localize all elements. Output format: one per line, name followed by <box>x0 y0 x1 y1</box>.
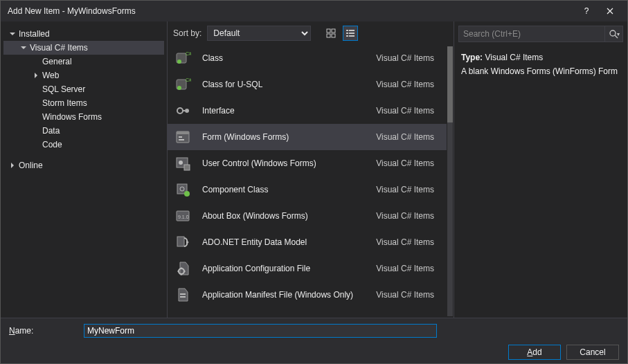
class-icon: C# <box>173 75 192 94</box>
svg-rect-32 <box>180 293 186 295</box>
svg-rect-7 <box>349 33 355 34</box>
scrollbar-thumb[interactable] <box>447 46 453 122</box>
tree-node-data[interactable]: Data <box>3 124 164 138</box>
cancel-button[interactable]: Cancel <box>566 345 619 360</box>
template-item[interactable]: Application Configuration FileVisual C# … <box>168 255 447 282</box>
search-box[interactable]: ▾ <box>458 26 623 42</box>
svg-point-15 <box>177 86 181 90</box>
expand-icon[interactable] <box>19 43 28 53</box>
view-details-button[interactable] <box>343 26 358 41</box>
svg-rect-20 <box>179 136 182 138</box>
tree-label: Code <box>42 140 62 149</box>
component-icon <box>173 180 192 199</box>
title-bar: Add New Item - MyWindowsForms ? <box>1 1 627 21</box>
template-category: Visual C# Items <box>376 158 441 168</box>
template-item[interactable]: ADO.NET Entity Data ModelVisual C# Items <box>168 229 447 255</box>
tree-label: Data <box>42 126 60 136</box>
template-panel: Sort by: Default <box>167 21 454 318</box>
close-icon <box>607 8 613 15</box>
name-input[interactable] <box>84 324 437 338</box>
tree-node-code[interactable]: Code <box>3 138 164 152</box>
template-name: Application Configuration File <box>202 264 376 273</box>
svg-rect-19 <box>177 131 189 134</box>
class-icon: C# <box>173 48 192 68</box>
tree-label: Installed <box>19 29 50 39</box>
tree-node-online[interactable]: Online <box>3 158 164 172</box>
svg-text:9.1.0: 9.1.0 <box>178 215 189 219</box>
search-input[interactable] <box>459 29 604 39</box>
template-category: Visual C# Items <box>376 132 441 142</box>
tree-label: Storm Items <box>42 98 87 108</box>
template-category: Visual C# Items <box>376 80 441 89</box>
view-medium-icons-button[interactable] <box>323 26 339 41</box>
template-name: Application Manifest File (Windows Only) <box>202 290 376 300</box>
template-name: User Control (Windows Forms) <box>202 158 376 168</box>
template-category: Visual C# Items <box>376 211 441 221</box>
svg-rect-0 <box>327 29 330 33</box>
expand-icon[interactable] <box>8 29 17 39</box>
template-item[interactable]: Component ClassVisual C# Items <box>168 176 447 203</box>
svg-text:C#: C# <box>186 78 191 82</box>
info-panel: ▾ Type: Visual C# Items A blank Windows … <box>454 21 627 318</box>
tree-node-vcs-items[interactable]: Visual C# Items <box>3 41 164 55</box>
svg-rect-30 <box>177 237 184 246</box>
category-tree[interactable]: Installed Visual C# Items General Web SQ… <box>1 21 167 318</box>
tree-label: Visual C# Items <box>30 43 88 53</box>
add-button[interactable]: Add <box>508 345 561 360</box>
help-button[interactable]: ? <box>575 1 598 21</box>
tree-node-web[interactable]: Web <box>3 69 164 82</box>
tree-node-installed[interactable]: Installed <box>3 27 164 41</box>
template-category: Visual C# Items <box>376 53 441 63</box>
svg-text:C#: C# <box>186 51 191 56</box>
close-button[interactable] <box>598 1 622 21</box>
template-name: Component Class <box>202 185 376 194</box>
template-name: Form (Windows Forms) <box>202 132 376 142</box>
tree-label: General <box>42 57 72 66</box>
svg-rect-21 <box>179 139 184 140</box>
tree-label: Web <box>42 71 59 80</box>
svg-point-27 <box>184 191 190 197</box>
list-icon <box>346 28 355 38</box>
search-button[interactable]: ▾ <box>604 26 622 42</box>
template-info: Type: Visual C# Items A blank Windows Fo… <box>454 48 627 82</box>
svg-rect-8 <box>346 35 348 37</box>
template-item[interactable]: Application Manifest File (Windows Only)… <box>168 282 447 308</box>
template-list[interactable]: C#ClassVisual C# ItemsC#Class for U-SQLV… <box>168 45 454 318</box>
interface-icon <box>173 101 192 120</box>
svg-rect-4 <box>346 30 348 31</box>
config-icon <box>173 259 192 278</box>
template-item[interactable]: 9.1.0About Box (Windows Forms)Visual C# … <box>168 203 447 229</box>
template-category: Visual C# Items <box>376 264 441 273</box>
main-area: Installed Visual C# Items General Web SQ… <box>1 21 627 318</box>
svg-point-12 <box>177 60 181 64</box>
svg-point-17 <box>185 109 189 113</box>
svg-point-16 <box>177 108 183 113</box>
expand-icon[interactable] <box>8 161 17 170</box>
tree-node-sqlserver[interactable]: SQL Server <box>3 82 164 96</box>
sort-label: Sort by: <box>173 28 201 38</box>
tree-node-storm[interactable]: Storm Items <box>3 96 164 110</box>
tree-label: SQL Server <box>42 84 85 94</box>
tree-node-winforms[interactable]: Windows Forms <box>3 110 164 124</box>
template-category: Visual C# Items <box>376 290 441 300</box>
sort-select[interactable]: Default <box>207 26 311 41</box>
template-item[interactable]: InterfaceVisual C# Items <box>168 98 447 124</box>
template-item[interactable]: User Control (Windows Forms)Visual C# It… <box>168 150 447 176</box>
template-item[interactable]: Form (Windows Forms)Visual C# Items <box>168 124 447 150</box>
expand-icon[interactable] <box>31 71 41 80</box>
svg-rect-6 <box>346 33 348 34</box>
sort-toolbar: Sort by: Default <box>168 21 454 45</box>
list-scrollbar[interactable] <box>447 46 453 316</box>
svg-rect-2 <box>327 34 330 37</box>
template-item[interactable]: C#ClassVisual C# Items <box>168 45 447 71</box>
tree-node-general[interactable]: General <box>3 55 164 69</box>
usercontrol-icon <box>173 154 192 173</box>
svg-rect-1 <box>332 29 335 33</box>
ado-icon <box>173 233 192 252</box>
template-name: ADO.NET Entity Data Model <box>202 237 376 247</box>
template-item[interactable]: C#Class for U-SQLVisual C# Items <box>168 71 447 98</box>
help-icon: ? <box>584 6 589 16</box>
template-name: Class for U-SQL <box>202 80 376 89</box>
template-name: Interface <box>202 106 376 116</box>
about-icon: 9.1.0 <box>173 206 192 226</box>
